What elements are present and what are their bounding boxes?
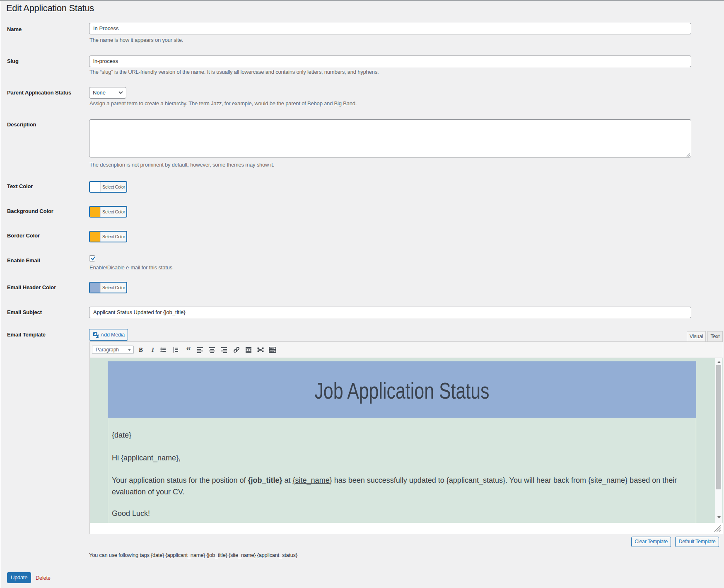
- svg-text:3: 3: [173, 351, 174, 353]
- svg-text:“: “: [186, 346, 191, 354]
- svg-text:I: I: [151, 346, 154, 353]
- svg-text:B: B: [139, 346, 143, 353]
